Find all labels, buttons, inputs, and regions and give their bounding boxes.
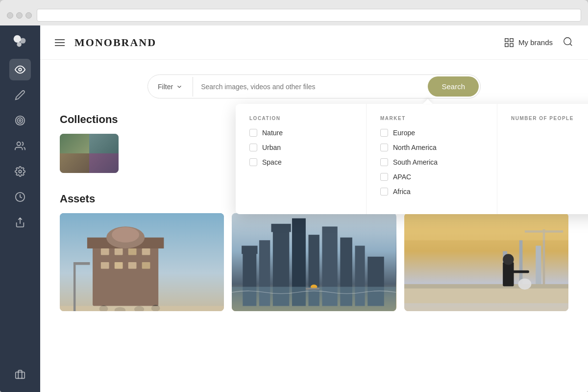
svg-point-64: [518, 279, 531, 290]
search-icon: [563, 36, 573, 47]
svg-rect-28: [142, 262, 150, 269]
checkbox-south-america[interactable]: [380, 158, 388, 166]
collection-mini-img-3: [60, 153, 89, 173]
asset-card-1[interactable]: [60, 213, 224, 311]
sidebar-item-people[interactable]: [9, 135, 31, 157]
svg-rect-50: [232, 287, 396, 311]
svg-rect-65: [404, 213, 568, 240]
urban-label: Urban: [262, 144, 281, 151]
svg-rect-26: [115, 262, 123, 269]
svg-rect-40: [242, 245, 257, 254]
sidebar-item-target[interactable]: [9, 110, 31, 131]
location-title: LOCATION: [249, 116, 352, 121]
filter-section-market: MARKET Europe North America South Americ…: [367, 104, 497, 214]
main-content: MONOBRAND My brands: [40, 25, 588, 392]
svg-point-62: [503, 254, 514, 265]
filter-section-location: LOCATION Nature Urban Space: [236, 104, 367, 214]
svg-rect-12: [505, 38, 508, 41]
svg-point-2: [17, 42, 22, 47]
filter-label: Filter: [158, 83, 173, 91]
collection-mini-img-2: [89, 134, 119, 153]
sidebar-item-share[interactable]: [9, 212, 31, 233]
svg-rect-59: [404, 287, 568, 303]
hamburger-button[interactable]: [55, 39, 65, 46]
svg-point-6: [19, 120, 21, 122]
svg-point-3: [19, 68, 22, 71]
collection-card-1[interactable]: [60, 134, 119, 173]
people-title: NUMBER OF PEOPLE: [511, 116, 588, 121]
search-bar: Filter Search: [147, 74, 481, 98]
svg-rect-43: [271, 224, 291, 232]
search-icon-button[interactable]: [563, 36, 573, 49]
filter-item-nature[interactable]: Nature: [249, 129, 352, 137]
browser-dot-close[interactable]: [7, 12, 13, 19]
asset-image-1: [60, 213, 224, 311]
sidebar-item-eye[interactable]: [9, 59, 31, 80]
search-input[interactable]: [193, 77, 426, 97]
browser-addressbar[interactable]: [37, 9, 581, 22]
sidebar-bottom: [9, 364, 31, 385]
space-label: Space: [262, 158, 282, 166]
filter-item-europe[interactable]: Europe: [380, 129, 483, 137]
browser-dot-maximize[interactable]: [25, 12, 32, 19]
browser-dot-minimize[interactable]: [16, 12, 23, 19]
svg-rect-23: [128, 248, 137, 255]
filter-dropdown: LOCATION Nature Urban Space: [236, 104, 588, 214]
collection-mini-img-4: [89, 153, 119, 173]
svg-point-8: [19, 170, 22, 173]
svg-rect-25: [101, 262, 109, 269]
svg-rect-22: [115, 248, 123, 255]
filter-item-apac[interactable]: APAC: [380, 173, 483, 181]
checkbox-europe[interactable]: [380, 129, 388, 137]
app-window: MONOBRAND My brands: [0, 25, 588, 392]
checkbox-nature[interactable]: [249, 129, 257, 137]
sidebar-item-pencil[interactable]: [9, 84, 31, 106]
svg-line-17: [570, 44, 572, 46]
checkbox-urban[interactable]: [249, 144, 257, 151]
browser-chrome: [0, 0, 588, 25]
asset-image-3: [404, 213, 568, 311]
filter-item-south-america[interactable]: South America: [380, 158, 483, 166]
svg-rect-21: [101, 248, 109, 255]
filter-item-africa[interactable]: Africa: [380, 188, 483, 196]
collection-mini-img-1: [60, 134, 89, 153]
svg-rect-24: [142, 248, 150, 255]
top-nav: MONOBRAND My brands: [40, 25, 588, 60]
sidebar: [0, 25, 40, 392]
filter-button[interactable]: Filter: [148, 77, 193, 97]
svg-rect-37: [74, 262, 90, 265]
asset-card-2[interactable]: [232, 213, 396, 311]
svg-rect-36: [74, 262, 75, 311]
content-area[interactable]: Filter Search LOCATION: [40, 60, 588, 392]
grid-icon: [504, 37, 514, 48]
svg-rect-27: [128, 262, 137, 269]
sidebar-item-clock[interactable]: [9, 186, 31, 208]
chevron-down-icon: [176, 83, 183, 90]
browser-dots: [7, 12, 32, 19]
europe-label: Europe: [393, 129, 415, 137]
search-button[interactable]: Search: [428, 76, 479, 97]
sidebar-item-settings[interactable]: [9, 161, 31, 182]
checkbox-apac[interactable]: [380, 173, 388, 181]
apac-label: APAC: [393, 173, 411, 181]
filter-item-space[interactable]: Space: [249, 158, 352, 166]
filter-section-people: NUMBER OF PEOPLE: [497, 104, 588, 214]
checkbox-space[interactable]: [249, 158, 257, 166]
filter-item-north-america[interactable]: North America: [380, 144, 483, 151]
north-america-label: North America: [393, 144, 437, 151]
svg-rect-35: [60, 306, 224, 311]
asset-card-3[interactable]: [404, 213, 568, 311]
checkbox-north-america[interactable]: [380, 144, 388, 151]
nav-right: My brands: [504, 36, 573, 49]
svg-rect-15: [510, 43, 513, 46]
svg-rect-63: [513, 270, 529, 273]
south-america-label: South America: [393, 158, 438, 166]
checkbox-africa[interactable]: [380, 188, 388, 196]
svg-rect-14: [505, 43, 508, 46]
filter-item-urban[interactable]: Urban: [249, 144, 352, 151]
sidebar-item-briefcase[interactable]: [9, 364, 31, 385]
my-brands-button[interactable]: My brands: [504, 37, 553, 48]
svg-rect-60: [404, 284, 568, 289]
svg-point-30: [112, 227, 139, 242]
sidebar-logo[interactable]: [11, 32, 29, 51]
